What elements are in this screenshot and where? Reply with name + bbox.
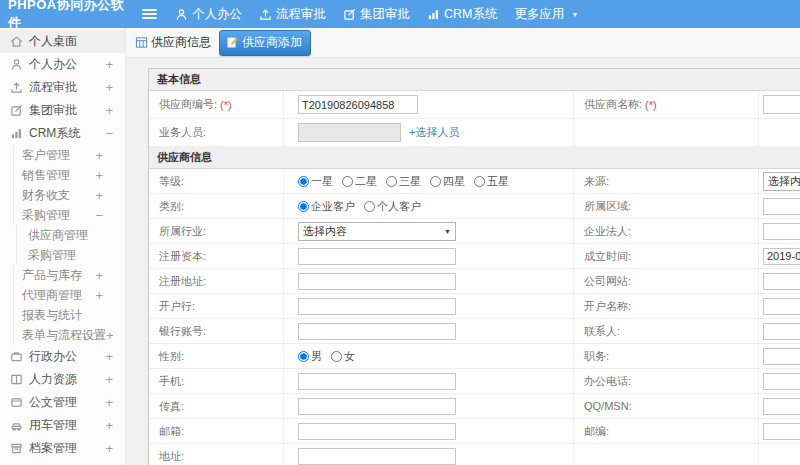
text-input[interactable]	[763, 323, 800, 340]
sidebar-item-11[interactable]: 采购管理	[0, 245, 125, 265]
text-input[interactable]	[763, 248, 800, 265]
sidebar-item-17[interactable]: 人力资源+	[0, 368, 125, 391]
user-icon	[175, 8, 188, 21]
expand-toggle[interactable]: +	[95, 188, 103, 203]
sidebar-item-5[interactable]: CRM系统−	[0, 122, 125, 145]
field-label: 所属区域:	[584, 199, 631, 214]
text-input[interactable]	[298, 248, 456, 265]
radio-input[interactable]	[474, 176, 485, 187]
expand-toggle[interactable]: +	[105, 103, 113, 118]
sidebar-item-9[interactable]: 采购管理−	[0, 205, 125, 225]
radio-input[interactable]	[298, 351, 309, 362]
text-input[interactable]	[298, 398, 456, 415]
text-input[interactable]	[298, 448, 456, 465]
sidebar-item-20[interactable]: 档案管理+	[0, 437, 125, 460]
sidebar-item-1[interactable]: 个人桌面	[0, 30, 125, 53]
sidebar-item-15[interactable]: 表单与流程设置+	[0, 325, 125, 345]
text-input[interactable]	[298, 373, 456, 390]
radio-input[interactable]	[298, 176, 309, 187]
radio-input[interactable]	[386, 176, 397, 187]
radio-option[interactable]: 三星	[386, 174, 421, 189]
expand-toggle[interactable]: +	[105, 57, 113, 72]
radio-option[interactable]: 四星	[430, 174, 465, 189]
text-input[interactable]	[298, 95, 418, 114]
radio-option[interactable]: 男	[298, 349, 322, 364]
text-input[interactable]	[763, 198, 800, 215]
sidebar-item-19[interactable]: 用车管理+	[0, 414, 125, 437]
text-input[interactable]	[763, 373, 800, 390]
text-input[interactable]	[298, 123, 401, 142]
nav-item-3[interactable]: 集团审批	[343, 6, 410, 23]
radio-option[interactable]: 二星	[342, 174, 377, 189]
sidebar-item-18[interactable]: 公文管理+	[0, 391, 125, 414]
radio-input[interactable]	[364, 201, 375, 212]
radio-input[interactable]	[331, 351, 342, 362]
sidebar-item-14[interactable]: 报表与统计	[0, 305, 125, 325]
text-input[interactable]	[763, 223, 800, 240]
select-person-link[interactable]: +选择人员	[409, 125, 459, 140]
text-input[interactable]	[763, 273, 800, 290]
select-input[interactable]: 选择内容▼	[298, 222, 456, 241]
sidebar-item-8[interactable]: 财务收支+	[0, 185, 125, 205]
radio-option[interactable]: 五星	[474, 174, 509, 189]
expand-toggle[interactable]: +	[105, 441, 113, 456]
expand-toggle[interactable]: −	[95, 208, 103, 223]
radio-option[interactable]: 一星	[298, 174, 333, 189]
expand-toggle[interactable]: +	[105, 418, 113, 433]
form-field-cell	[284, 444, 574, 465]
nav-item-5[interactable]: 更多应用▼	[514, 6, 578, 23]
text-input[interactable]	[298, 323, 456, 340]
expand-toggle[interactable]: −	[105, 126, 113, 141]
field-label: 职务:	[584, 349, 609, 364]
text-input[interactable]	[763, 298, 800, 315]
nav-item-4[interactable]: CRM系统	[427, 6, 497, 23]
expand-toggle[interactable]: +	[95, 168, 103, 183]
book-icon	[10, 373, 23, 386]
form-field-cell	[284, 419, 574, 443]
text-input[interactable]	[298, 423, 456, 440]
doc-icon	[10, 396, 23, 409]
expand-toggle[interactable]: +	[95, 288, 103, 303]
expand-toggle[interactable]: +	[95, 148, 103, 163]
sidebar-item-13[interactable]: 代理商管理+	[0, 285, 125, 305]
nav-item-1[interactable]: 个人办公	[175, 6, 242, 23]
radio-option[interactable]: 个人客户	[364, 199, 421, 214]
text-input[interactable]	[763, 348, 800, 365]
expand-toggle[interactable]: +	[105, 372, 113, 387]
text-input[interactable]	[763, 423, 800, 440]
text-input[interactable]	[298, 273, 456, 290]
expand-toggle[interactable]: +	[106, 328, 114, 343]
select-input[interactable]: 选择内容▼	[763, 172, 800, 191]
radio-option[interactable]: 女	[331, 349, 355, 364]
expand-toggle[interactable]: +	[105, 349, 113, 364]
form-label-cell: 传真:	[149, 394, 284, 418]
sidebar-item-4[interactable]: 集团审批+	[0, 99, 125, 122]
home-icon	[10, 35, 23, 48]
radio-input[interactable]	[342, 176, 353, 187]
radio-option[interactable]: 企业客户	[298, 199, 355, 214]
radio-input[interactable]	[430, 176, 441, 187]
sidebar-item-6[interactable]: 客户管理+	[0, 145, 125, 165]
expand-toggle[interactable]: +	[95, 268, 103, 283]
text-input[interactable]	[298, 298, 456, 315]
nav-item-2[interactable]: 流程审批	[259, 6, 326, 23]
field-label: 联系人:	[584, 324, 620, 339]
text-input[interactable]	[763, 398, 800, 415]
expand-toggle[interactable]: +	[105, 80, 113, 95]
main-content: 供应商信息供应商添加 基本信息供应商编号:(*)供应商名称:(*)业务人员:+选…	[126, 28, 800, 465]
hamburger-menu-icon[interactable]	[142, 9, 157, 19]
supplier-add-tab[interactable]: 供应商添加	[219, 30, 311, 56]
field-label: 企业法人:	[584, 224, 631, 239]
sidebar-item-2[interactable]: 个人办公+	[0, 53, 125, 76]
form-field-cell	[759, 419, 800, 443]
required-marker: (*)	[645, 99, 657, 111]
sidebar-item-7[interactable]: 销售管理+	[0, 165, 125, 185]
sidebar-item-16[interactable]: 行政办公+	[0, 345, 125, 368]
sidebar-item-12[interactable]: 产品与库存+	[0, 265, 125, 285]
text-input[interactable]	[763, 95, 800, 114]
sidebar-item-10[interactable]: 供应商管理	[0, 225, 125, 245]
expand-toggle[interactable]: +	[105, 395, 113, 410]
supplier-info-tab[interactable]: 供应商信息	[135, 34, 211, 51]
sidebar-item-3[interactable]: 流程审批+	[0, 76, 125, 99]
radio-input[interactable]	[298, 201, 309, 212]
